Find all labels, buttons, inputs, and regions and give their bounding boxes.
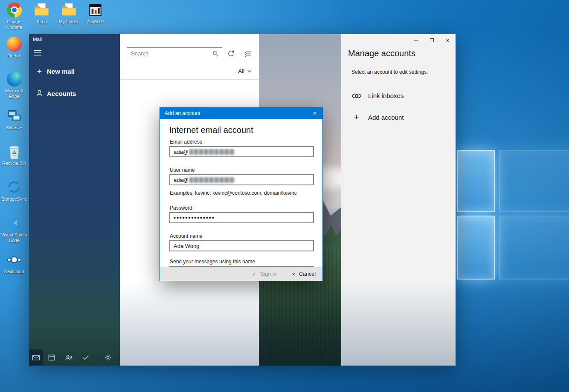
account-name-label: Account name bbox=[170, 233, 203, 239]
dialog-body: Internet email account Email address ada… bbox=[160, 119, 322, 281]
selection-mode-button[interactable] bbox=[243, 49, 253, 59]
winscp-icon bbox=[7, 108, 22, 123]
username-value-prefix: ada@ bbox=[174, 177, 189, 183]
chevron-down-icon bbox=[247, 70, 252, 72]
email-value-prefix: ada@ bbox=[174, 149, 189, 155]
desktop-icon-label: Google Chrome bbox=[1, 19, 27, 30]
desktop-icon-winmtr[interactable]: WinMTR bbox=[82, 3, 108, 25]
desktop-icon-nextcloud[interactable]: Nextcloud bbox=[1, 252, 27, 274]
window-caption-buttons: × bbox=[408, 34, 456, 46]
desktop-icon-microsoft-edge[interactable]: Microsoft Edge bbox=[1, 72, 27, 99]
redacted-text bbox=[189, 149, 235, 155]
nav-people-button[interactable] bbox=[60, 349, 77, 366]
search-input[interactable] bbox=[127, 50, 209, 57]
hamburger-icon bbox=[33, 49, 42, 56]
storagesync-icon bbox=[7, 180, 22, 195]
user-name-label: User name bbox=[170, 167, 195, 173]
password-masked-value: •••••••••••••• bbox=[174, 214, 215, 221]
dialog-close-button[interactable]: × bbox=[307, 108, 322, 119]
windows-logo-pane bbox=[457, 216, 495, 280]
sync-button[interactable] bbox=[226, 49, 236, 59]
desktop-icon-label: WinSCP bbox=[1, 125, 27, 130]
window-title: Mail bbox=[33, 37, 42, 42]
add-account-button[interactable]: + Add account bbox=[351, 112, 404, 122]
mail-sidebar: Mail + New mail Accounts bbox=[29, 34, 120, 366]
user-name-input[interactable]: ada@ bbox=[169, 174, 314, 185]
dialog-footer: ✓ Sign in × Cancel bbox=[160, 267, 322, 281]
winmtr-icon bbox=[88, 3, 103, 17]
close-icon: × bbox=[446, 37, 450, 43]
link-inboxes-button[interactable]: Link inboxes bbox=[351, 92, 404, 99]
sign-in-label: Sign in bbox=[260, 271, 276, 277]
search-box[interactable] bbox=[127, 47, 222, 59]
desktop-icon-label: Recycle Bin bbox=[1, 161, 27, 166]
desktop-icon-label: Microsoft Edge bbox=[1, 88, 27, 99]
accounts-button[interactable]: Accounts bbox=[29, 87, 120, 100]
new-mail-button[interactable]: + New mail bbox=[29, 65, 120, 78]
edge-icon bbox=[7, 72, 22, 86]
check-icon: ✓ bbox=[252, 271, 256, 277]
desktop-icon-firefox[interactable]: Firefox bbox=[1, 37, 27, 59]
desktop-icon-label: My Folder bbox=[55, 19, 82, 25]
desktop-icon-label: Visual Studio Code bbox=[1, 232, 27, 243]
envelope-icon bbox=[32, 354, 40, 362]
email-address-input[interactable]: ada@ bbox=[169, 146, 314, 157]
minimize-button[interactable] bbox=[408, 34, 424, 46]
desktop-icon-my-folder[interactable]: My Folder bbox=[55, 3, 82, 25]
desktop-icon-label: Nextcloud bbox=[1, 269, 27, 274]
settings-button[interactable] bbox=[99, 349, 116, 366]
gear-icon bbox=[104, 354, 112, 361]
close-icon: × bbox=[313, 110, 316, 117]
filter-label: All bbox=[238, 68, 244, 74]
desktop-icon-storagesync[interactable]: StorageSync bbox=[1, 180, 27, 202]
cancel-button[interactable]: × Cancel bbox=[292, 271, 316, 277]
folder-icon bbox=[61, 3, 76, 17]
email-address-label: Email address bbox=[170, 139, 202, 145]
dialog-titlebar: Add an account × bbox=[160, 108, 322, 119]
calendar-icon bbox=[48, 354, 55, 361]
plus-icon: + bbox=[35, 67, 44, 75]
password-input[interactable]: •••••••••••••• bbox=[169, 212, 314, 223]
sidebar-dock bbox=[29, 349, 120, 366]
folder-icon bbox=[34, 3, 49, 17]
dialog-title: Add an account bbox=[165, 110, 200, 116]
minimize-icon bbox=[414, 40, 418, 40]
plus-icon: + bbox=[351, 112, 362, 122]
account-name-input[interactable]: Ada Wong bbox=[169, 240, 314, 251]
desktop-icon-label: WinMTR bbox=[82, 19, 108, 25]
link-icon bbox=[351, 92, 362, 99]
panel-subtitle: Select an account to edit settings. bbox=[351, 69, 428, 75]
display-name-label: Send your messages using this name bbox=[170, 259, 255, 265]
desktop-icon-temp[interactable]: Temp bbox=[28, 3, 55, 25]
vscode-icon bbox=[7, 216, 22, 231]
cancel-label: Cancel bbox=[299, 271, 316, 277]
windows-logo-pane bbox=[499, 216, 569, 280]
nav-todo-button[interactable] bbox=[77, 349, 94, 366]
desktop-icon-label: Firefox bbox=[1, 53, 27, 59]
examples-text: Examples: kevinc, kevinc@contoso.com, do… bbox=[170, 190, 297, 196]
desktop: Google Chrome Temp My Folder WinMTR Fire… bbox=[0, 0, 569, 392]
desktop-icon-visual-studio-code[interactable]: Visual Studio Code bbox=[1, 216, 27, 243]
people-icon bbox=[65, 354, 73, 362]
manage-accounts-panel: Manage accounts Select an account to edi… bbox=[341, 34, 456, 366]
person-icon bbox=[35, 89, 44, 98]
nav-mail-button[interactable] bbox=[29, 349, 43, 366]
desktop-icon-winscp[interactable]: WinSCP bbox=[1, 108, 27, 130]
maximize-button[interactable] bbox=[424, 34, 440, 46]
nav-calendar-button[interactable] bbox=[43, 349, 60, 366]
windows-logo-pane bbox=[499, 150, 569, 212]
recycle-bin-icon bbox=[7, 144, 22, 159]
desktop-icon-label: Temp bbox=[28, 19, 55, 25]
hamburger-menu-button[interactable] bbox=[33, 49, 43, 57]
close-button[interactable]: × bbox=[440, 34, 456, 46]
desktop-icon-google-chrome[interactable]: Google Chrome bbox=[1, 3, 27, 30]
sign-in-button[interactable]: ✓ Sign in bbox=[252, 271, 276, 277]
maximize-icon bbox=[430, 38, 434, 42]
checkmark-icon bbox=[82, 354, 90, 361]
accounts-label: Accounts bbox=[47, 90, 76, 97]
desktop-icon-recycle-bin[interactable]: Recycle Bin bbox=[1, 144, 27, 166]
link-inboxes-label: Link inboxes bbox=[368, 92, 404, 99]
search-icon[interactable] bbox=[209, 50, 222, 57]
filter-all-dropdown[interactable]: All bbox=[238, 68, 252, 74]
windows-logo-wallpaper bbox=[457, 150, 569, 280]
